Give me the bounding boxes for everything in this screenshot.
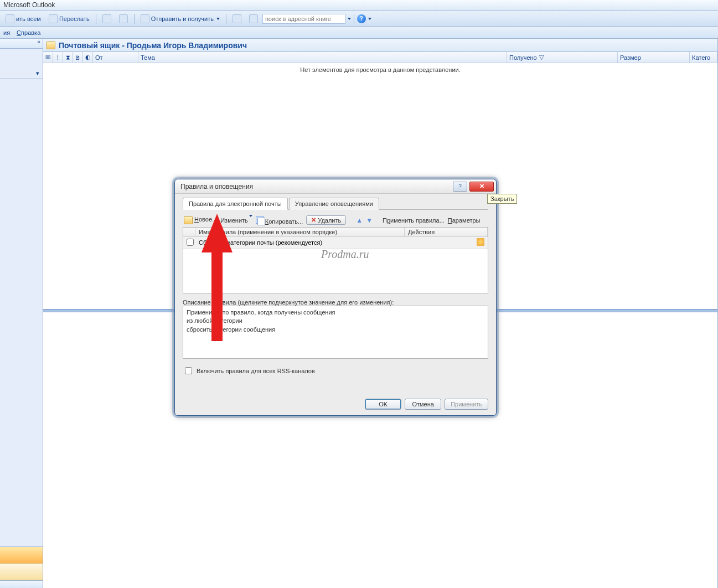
tab-manage-alerts[interactable]: Управление оповещениями — [289, 198, 379, 210]
dialog-title: Правила и оповещения — [180, 183, 451, 190]
col-importance[interactable]: ✉ — [43, 52, 53, 63]
nav-collapse-button[interactable]: « — [0, 39, 43, 49]
send-receive-icon — [141, 14, 149, 23]
col-icon[interactable]: ⧗ — [63, 52, 73, 63]
close-tooltip: Закрыть — [487, 194, 517, 204]
new-rule-button[interactable]: Новое... — [184, 216, 217, 224]
rss-option: Включить правила для всех RSS-каналов — [183, 365, 488, 376]
rules-dialog: Правила и оповещения ? ✕ Правила для эле… — [174, 179, 497, 416]
delete-icon: ✕ — [311, 216, 316, 224]
column-headers: ✉ ! ⧗ 🗎 ◐ От Тема Получено▽ Размер Катег… — [43, 52, 717, 63]
dialog-tabs: Правила для электронной почты Управление… — [183, 197, 488, 210]
ok-button[interactable]: OK — [365, 399, 401, 410]
separator — [226, 14, 226, 24]
rule-action-icon — [477, 238, 484, 246]
forward-icon — [49, 14, 58, 23]
nav-configure[interactable] — [0, 580, 43, 588]
app-title: Microsoft Outlook — [3, 1, 55, 9]
dialog-body: Правила для электронной почты Управление… — [175, 194, 496, 381]
desc-line: Применить это правило, когда получены со… — [187, 308, 484, 317]
col-flag[interactable]: ◐ — [83, 52, 93, 63]
desc-line: сбросить категории сообщения — [187, 326, 484, 334]
navigation-pane: « ▾ — [0, 39, 43, 588]
dropdown-icon — [249, 215, 252, 224]
send-receive-button[interactable]: Отправить и получить — [137, 13, 223, 25]
col-from[interactable]: От — [93, 52, 138, 63]
reply-all-button[interactable]: ить всем — [2, 13, 44, 25]
separator — [96, 14, 96, 24]
col-received[interactable]: Получено▽ — [507, 52, 618, 63]
dialog-titlebar[interactable]: Правила и оповещения ? ✕ — [175, 179, 496, 194]
menubar: ия Справка — [0, 27, 718, 39]
rules-list: Имя правила (применение в указанном поря… — [183, 227, 488, 293]
help-icon[interactable]: ? — [357, 14, 366, 23]
col-reminder[interactable]: ! — [53, 52, 63, 63]
window-titlebar: Microsoft Outlook — [0, 0, 718, 11]
dropdown-icon[interactable] — [348, 18, 351, 20]
nav-body: ▾ — [0, 49, 43, 546]
nav-section[interactable]: ▾ — [0, 49, 43, 79]
rss-checkbox[interactable] — [185, 367, 192, 374]
copy-icon — [256, 216, 264, 224]
nav-buttons — [0, 546, 43, 588]
menu-item[interactable]: ия — [3, 29, 10, 36]
dialog-help-button[interactable]: ? — [453, 182, 467, 192]
rss-label: Включить правила для всех RSS-каналов — [197, 368, 315, 374]
col-size[interactable]: Размер — [618, 52, 690, 63]
mailbox-icon — [47, 42, 55, 49]
apply-rules-button[interactable]: Применить правила... — [383, 217, 445, 224]
forward-button[interactable]: Переслать — [45, 13, 93, 25]
folder-title: Почтовый ящик - Продьма Игорь Владимиров… — [59, 41, 247, 50]
address-book-icon — [249, 14, 258, 23]
options-button[interactable]: Параметры — [448, 217, 481, 224]
address-book-button[interactable] — [246, 13, 261, 25]
search-folder-button[interactable] — [229, 13, 245, 25]
edit-rule-button[interactable]: Изменить — [220, 217, 252, 224]
nav-calendar-button[interactable] — [0, 564, 43, 580]
col-category[interactable]: Катего — [690, 52, 717, 63]
category-icon — [119, 14, 128, 23]
col-subject[interactable]: Тема — [138, 52, 507, 63]
separator — [354, 14, 354, 24]
new-icon — [184, 216, 193, 224]
delete-rule-button[interactable]: ✕Удалить — [306, 215, 346, 225]
col-actions[interactable]: Действия — [405, 228, 488, 236]
tab-email-rules[interactable]: Правила для электронной почты — [183, 198, 288, 210]
dropdown-icon — [216, 18, 220, 20]
main-toolbar: ить всем Переслать Отправить и получить … — [0, 11, 718, 27]
nav-section[interactable] — [0, 79, 43, 162]
desc-line: из любой категории — [187, 317, 484, 325]
print-icon — [102, 14, 111, 23]
menu-help[interactable]: Справка — [17, 29, 40, 36]
folder-icon — [233, 14, 241, 23]
nav-mail-button[interactable] — [0, 547, 43, 564]
rules-toolbar: Новое... Изменить Копировать... ✕Удалить… — [183, 213, 488, 227]
categorize-button[interactable] — [116, 13, 131, 25]
empty-message: Нет элементов для просмотра в данном пре… — [43, 63, 717, 76]
copy-rule-button[interactable]: Копировать... — [256, 216, 303, 225]
description-label: Описание правила (щелкните подчеркнутое … — [183, 299, 488, 306]
col-rule-name[interactable]: Имя правила (применение в указанном поря… — [195, 228, 405, 236]
reply-all-icon — [6, 14, 14, 23]
rule-checkbox[interactable] — [187, 239, 194, 246]
move-up-button[interactable]: ▲ — [356, 216, 363, 224]
print-button[interactable] — [99, 13, 115, 25]
address-search-input[interactable] — [262, 14, 345, 24]
dropdown-icon[interactable] — [368, 18, 371, 20]
cancel-button[interactable]: Отмена — [405, 399, 441, 410]
col-attachment[interactable]: 🗎 — [73, 52, 83, 63]
dialog-close-button[interactable]: ✕ — [469, 182, 494, 192]
dialog-buttons: OK Отмена Применить — [365, 399, 488, 410]
col-checkbox — [183, 228, 195, 236]
folder-header: Почтовый ящик - Продьма Игорь Владимиров… — [43, 39, 717, 52]
description-box[interactable]: Применить это правило, когда получены со… — [183, 306, 488, 359]
move-down-button[interactable]: ▼ — [366, 216, 373, 224]
rules-list-header: Имя правила (применение в указанном поря… — [183, 228, 488, 237]
separator — [134, 14, 135, 24]
rule-name: Сбросить категории почты (рекомендуется) — [195, 238, 405, 247]
apply-button[interactable]: Применить — [445, 399, 488, 410]
rule-row[interactable]: Сбросить категории почты (рекомендуется) — [183, 237, 488, 249]
